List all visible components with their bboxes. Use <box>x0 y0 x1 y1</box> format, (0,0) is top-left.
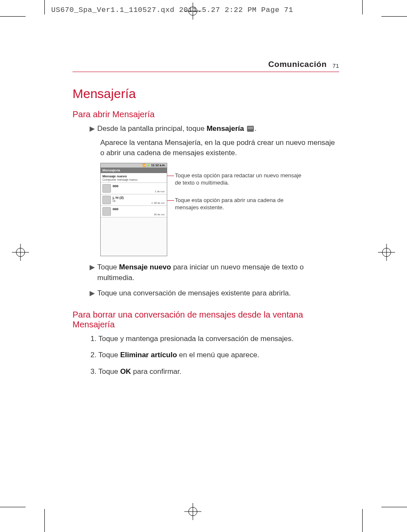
crop-mark <box>362 0 363 14</box>
crop-mark <box>0 16 26 17</box>
crop-mark <box>381 507 407 507</box>
subsection-open: Para abrir Mensajería <box>73 110 339 119</box>
ordered-steps: 1. Toque y mantenga presionada la conver… <box>90 334 339 377</box>
registration-mark-icon <box>12 244 29 261</box>
phone-mock: 📶🔋 11:12 a.m. Mensajería Mensaje nuevo C… <box>100 163 167 256</box>
avatar-icon <box>102 184 111 193</box>
avatar-icon <box>102 196 111 204</box>
triangle-bullet-icon: ▶ <box>90 124 95 134</box>
messaging-icon <box>247 126 254 132</box>
app-titlebar: Mensajería <box>101 168 167 173</box>
thread-row: j, hi (2)Hi ⚠ 28 de oct. <box>101 194 167 206</box>
thread-row: 000 1 de nov. <box>101 183 167 194</box>
ordered-step: 3. Toque OK para confirmar. <box>90 367 339 377</box>
crop-mark <box>0 507 26 507</box>
triangle-bullet-icon: ▶ <box>90 262 95 272</box>
subsection-delete: Para borrar una conversación de mensajes… <box>73 310 339 330</box>
registration-mark-icon <box>184 503 201 520</box>
thread-row: 000 26 de oct. <box>101 206 167 217</box>
new-message-row: Mensaje nuevo Componer mensaje nuevo <box>101 173 167 183</box>
step-text: Toque una conversación de mensajes exist… <box>97 288 339 299</box>
section-name: Comunicación <box>268 60 327 69</box>
registration-mark-icon <box>378 244 395 261</box>
step-bullet: ▶ Desde la pantalla principal, toque Men… <box>90 124 339 134</box>
callout-new-message: Toque esta opción para redactar un nuevo… <box>175 172 303 187</box>
figure: 📶🔋 11:12 a.m. Mensajería Mensaje nuevo C… <box>100 163 339 256</box>
registration-mark-icon <box>184 3 201 20</box>
step-text: Desde la pantalla principal, toque Mensa… <box>97 124 339 134</box>
crop-mark <box>44 0 45 14</box>
page-title: Mensajería <box>73 87 339 101</box>
step-text: Toque Mensaje nuevo para iniciar un nuev… <box>97 262 339 283</box>
print-header: US670_Spa_Ver1.1_110527.qxd 2011.5.27 2:… <box>51 6 293 14</box>
step-bullet: ▶ Toque una conversación de mensajes exi… <box>90 288 339 299</box>
paragraph: Aparece la ventana Mensajería, en la que… <box>100 138 339 159</box>
crop-mark <box>362 509 363 532</box>
triangle-bullet-icon: ▶ <box>90 288 95 298</box>
crop-mark <box>381 16 407 17</box>
phone-empty-area <box>101 217 167 256</box>
step-bullet: ▶ Toque Mensaje nuevo para iniciar un nu… <box>90 262 339 283</box>
status-bar: 📶🔋 11:12 a.m. <box>101 163 167 168</box>
ordered-step: 1. Toque y mantenga presionada la conver… <box>90 334 339 344</box>
page-number: 71 <box>333 63 339 69</box>
page-content: Comunicación 71 Mensajería Para abrir Me… <box>73 60 339 383</box>
crop-mark <box>44 509 45 532</box>
running-head: Comunicación 71 <box>73 60 339 72</box>
avatar-icon <box>102 207 111 216</box>
ordered-step: 2. Toque Eliminar artículo en el menú qu… <box>90 350 339 361</box>
callout-thread: Toque esta opción para abrir una cadena … <box>175 197 303 211</box>
